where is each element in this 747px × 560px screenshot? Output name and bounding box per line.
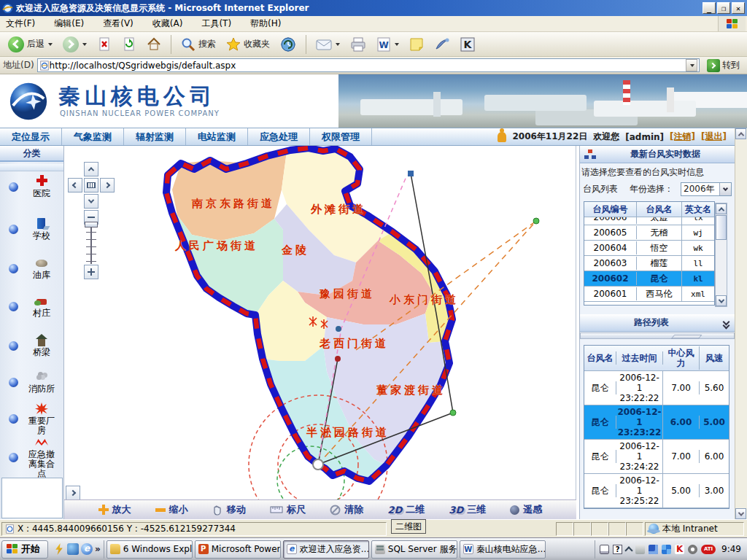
help-tray-icon[interactable]: ? bbox=[613, 545, 622, 554]
sidebar-item-bridge[interactable]: 桥梁 bbox=[0, 334, 64, 357]
edit-word-button[interactable]: W bbox=[373, 36, 403, 53]
map-remote-sensing-tool[interactable]: 遥感 bbox=[510, 503, 542, 516]
tab-emergency-handling[interactable]: 应急处理 bbox=[248, 128, 310, 145]
pan-left-button[interactable] bbox=[68, 178, 82, 192]
forward-dropdown-icon[interactable] bbox=[82, 43, 87, 46]
typhoon-row[interactable]: 200602昆仑kl bbox=[584, 271, 714, 287]
scroll-down-button[interactable] bbox=[716, 295, 727, 306]
path-row[interactable]: 昆仑2006-12-1 23:23:226.005.00 bbox=[584, 405, 729, 440]
map-pan-tool[interactable]: 移动 bbox=[212, 503, 246, 516]
menu-tools[interactable]: 工具(T) bbox=[201, 18, 231, 30]
task-windows-explorer[interactable]: 6 Windows Expl... bbox=[107, 540, 193, 559]
tray-expand-icon[interactable] bbox=[624, 546, 632, 554]
typhoon-row[interactable]: 200603榴莲ll bbox=[584, 256, 714, 271]
pan-down-button[interactable] bbox=[84, 194, 98, 209]
task-word-doc[interactable]: W 秦山核电站应急... bbox=[460, 540, 546, 559]
start-button[interactable]: 开始 bbox=[1, 540, 48, 559]
menu-help[interactable]: 帮助(H) bbox=[250, 18, 281, 30]
logout-link[interactable]: [注销] bbox=[670, 131, 695, 143]
panel-splitter[interactable] bbox=[580, 332, 735, 339]
map-2d-tool[interactable]: 2D二维 bbox=[387, 503, 425, 516]
typhoon-row[interactable]: 200601西马伦xml bbox=[584, 287, 714, 302]
keyboard-layout-icon[interactable] bbox=[600, 545, 609, 554]
go-button[interactable]: 转到 bbox=[703, 58, 744, 73]
page-scrollbar[interactable] bbox=[735, 128, 747, 519]
quicklaunch-ie-icon[interactable]: e bbox=[81, 543, 93, 555]
district-map[interactable] bbox=[64, 146, 576, 499]
mail-button[interactable] bbox=[312, 36, 344, 52]
tray-ring-icon[interactable] bbox=[688, 545, 697, 554]
path-row[interactable]: 昆仑2006-12-1 23:22:227.005.60 bbox=[584, 371, 729, 405]
typhoon-table-scrollbar[interactable] bbox=[715, 203, 727, 307]
tray-sql-icon[interactable] bbox=[635, 545, 645, 554]
messenger-button[interactable] bbox=[430, 36, 454, 53]
minimize-button[interactable]: _ bbox=[703, 2, 716, 14]
task-ie-current[interactable]: e 欢迎进入应急资... bbox=[283, 540, 369, 559]
tray-grid-icon[interactable] bbox=[662, 545, 671, 554]
k-app-button[interactable]: K bbox=[457, 36, 479, 53]
path-list-header[interactable]: 路径列表 bbox=[580, 314, 735, 332]
map-zoom-in-tool[interactable]: 放大 bbox=[98, 503, 131, 516]
tray-network-icon[interactable] bbox=[649, 545, 658, 554]
forward-button[interactable] bbox=[59, 35, 90, 54]
menu-file[interactable]: 文件(F) bbox=[6, 18, 35, 30]
map-ruler-tool[interactable]: 标尺 bbox=[270, 503, 306, 516]
home-button[interactable] bbox=[143, 36, 165, 53]
back-button[interactable]: 后退 bbox=[4, 35, 56, 54]
sidebar-item-village[interactable]: 村庄 bbox=[0, 295, 64, 318]
close-button[interactable]: ✕ bbox=[732, 2, 745, 14]
zoom-in-button[interactable] bbox=[84, 265, 98, 279]
history-button[interactable] bbox=[276, 35, 300, 54]
menu-view[interactable]: 查看(V) bbox=[103, 18, 133, 30]
quicklaunch-icon-1[interactable] bbox=[53, 543, 65, 555]
exit-link[interactable]: [退出] bbox=[701, 131, 727, 143]
menu-favorites[interactable]: 收藏(A) bbox=[152, 18, 183, 30]
sidebar-item-fire-station[interactable]: 消防所 bbox=[0, 370, 64, 394]
tab-weather-monitor[interactable]: 气象监测 bbox=[62, 128, 124, 145]
map-3d-tool[interactable]: 3D三维 bbox=[449, 503, 486, 516]
scroll-thumb[interactable] bbox=[716, 215, 727, 240]
sidebar-item-important-plant[interactable]: 重要厂房 bbox=[0, 402, 64, 435]
stop-button[interactable] bbox=[93, 36, 115, 53]
typhoon-row[interactable]: 200604悟空wk bbox=[584, 241, 714, 256]
pan-up-button[interactable] bbox=[84, 162, 98, 176]
path-row[interactable]: 昆仑2006-12-1 23:25:225.003.00 bbox=[584, 474, 729, 508]
print-button[interactable] bbox=[347, 36, 370, 53]
restore-button[interactable]: ❐ bbox=[717, 2, 730, 14]
sidebar-item-oil-depot[interactable]: 油库 bbox=[0, 257, 64, 280]
address-dropdown-button[interactable] bbox=[686, 59, 697, 71]
search-button[interactable]: 搜索 bbox=[177, 36, 220, 53]
tab-radiation-monitor[interactable]: 辐射监测 bbox=[124, 128, 186, 145]
favorites-button[interactable]: 收藏夹 bbox=[222, 36, 274, 53]
back-dropdown-icon[interactable] bbox=[48, 43, 53, 46]
sidebar-item-hospital[interactable]: 医院 bbox=[0, 175, 64, 198]
year-select[interactable]: 2006年 bbox=[681, 182, 732, 196]
typhoon-row[interactable]: 200605无稽wj bbox=[584, 225, 714, 241]
scroll-up-button[interactable] bbox=[716, 203, 727, 214]
full-extent-button[interactable] bbox=[84, 178, 98, 192]
year-dropdown-button[interactable] bbox=[719, 183, 731, 195]
edit-dropdown-icon[interactable] bbox=[395, 43, 399, 46]
tab-station-monitor[interactable]: 电站监测 bbox=[186, 128, 248, 145]
refresh-button[interactable] bbox=[118, 36, 140, 53]
mail-dropdown-icon[interactable] bbox=[336, 43, 340, 46]
menu-edit[interactable]: 编辑(E) bbox=[54, 18, 84, 30]
tray-kaspersky-icon[interactable]: K bbox=[675, 545, 684, 554]
quicklaunch-icon-2[interactable] bbox=[67, 543, 79, 555]
pan-right-button[interactable] bbox=[100, 178, 115, 192]
notes-button[interactable] bbox=[406, 36, 427, 53]
task-sql-server[interactable]: SQL Server 服务... bbox=[371, 540, 457, 559]
page-scroll-up[interactable] bbox=[735, 128, 746, 139]
map-area[interactable]: 南京东路街道 外滩街道 人民广场街道 金陵 豫园街道 小东门街道 老西门街道 董… bbox=[64, 146, 576, 519]
address-input[interactable] bbox=[50, 61, 686, 71]
path-row[interactable]: 昆仑2006-12-1 23:24:227.006.00 bbox=[584, 440, 729, 474]
zoom-slider-handle[interactable] bbox=[85, 222, 98, 228]
quicklaunch-overflow-icon[interactable]: » bbox=[95, 544, 101, 554]
tray-ati-icon[interactable]: ATI bbox=[701, 545, 716, 554]
page-scroll-down[interactable] bbox=[735, 508, 746, 519]
sidebar-item-evacuation-point[interactable]: 应急撤离集合点 bbox=[0, 436, 64, 478]
collapse-chevron-icon[interactable] bbox=[723, 319, 729, 327]
expand-panel-button[interactable] bbox=[66, 486, 80, 500]
sidebar-item-school[interactable]: 学校 bbox=[0, 217, 64, 241]
map-zoom-out-tool[interactable]: 缩小 bbox=[155, 503, 188, 516]
